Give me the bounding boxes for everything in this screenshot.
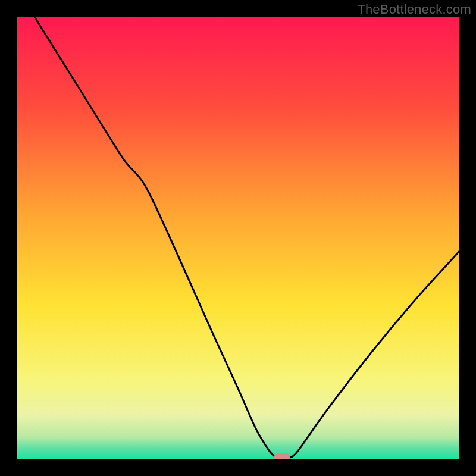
plot-svg — [17, 17, 459, 459]
gradient-background — [17, 17, 459, 459]
chart-frame: TheBottleneck.com — [0, 0, 476, 476]
optimal-point-marker — [274, 453, 290, 459]
attribution-label: TheBottleneck.com — [357, 2, 471, 17]
plot-area — [17, 17, 459, 459]
